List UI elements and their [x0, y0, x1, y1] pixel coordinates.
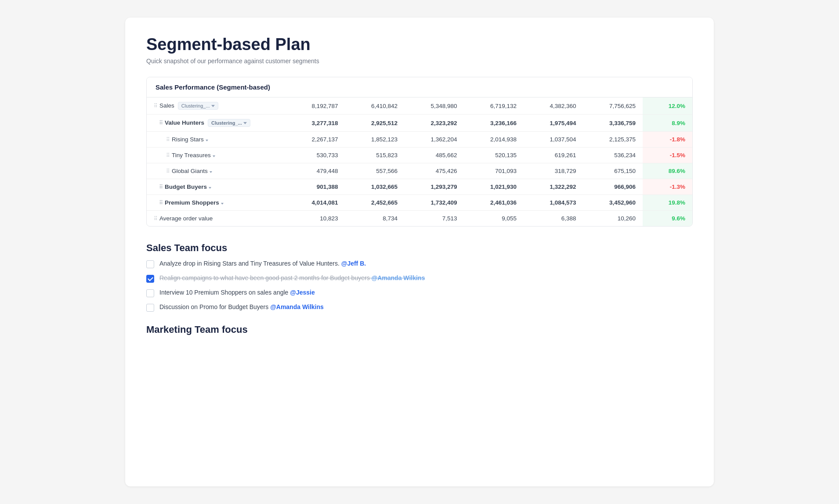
marketing-team-focus-section: Marketing Team focus: [146, 324, 693, 335]
task-text: Interview 10 Premium Shoppers on sales a…: [159, 289, 315, 296]
checkbox[interactable]: [146, 275, 154, 283]
checklist-item: Discussion on Promo for Budget Buyers @A…: [146, 303, 693, 312]
page-container: Segment-based Plan Quick snapshot of our…: [125, 18, 714, 486]
table-cell-pct: -1.8%: [643, 132, 692, 148]
table-card-title: Sales Performance (Segment-based): [147, 77, 692, 97]
chevron-down-icon: [210, 171, 212, 173]
page-title: Segment-based Plan: [146, 35, 693, 54]
pct-positive: 89.6%: [669, 168, 685, 174]
checkbox[interactable]: [146, 260, 154, 268]
drag-handle-icon[interactable]: ⠿: [154, 103, 158, 109]
table-cell-value: 4,014,081: [286, 195, 345, 211]
table-cell-value: 901,388: [286, 179, 345, 195]
drag-handle-icon[interactable]: ⠿: [159, 200, 163, 206]
drag-handle-icon[interactable]: ⠿: [154, 216, 158, 222]
table-row: ⠿SalesClustering_... 8,192,7876,410,8425…: [147, 97, 692, 115]
clustering-badge[interactable]: Clustering_...: [208, 119, 250, 127]
table-cell-value: 536,234: [583, 148, 643, 163]
table-cell-value: 1,322,292: [524, 179, 583, 195]
row-label: Sales: [159, 102, 174, 109]
checklist-item: Interview 10 Premium Shoppers on sales a…: [146, 289, 693, 297]
table-cell-value: 6,410,842: [345, 97, 405, 115]
checkbox[interactable]: [146, 289, 154, 297]
chevron-down-icon: [209, 187, 211, 189]
table-row: ⠿Premium Shoppers4,014,0812,452,6651,732…: [147, 195, 692, 211]
table-cell-value: 2,267,137: [286, 132, 345, 148]
mention[interactable]: @Jessie: [290, 289, 315, 296]
pct-positive: 9.6%: [672, 215, 685, 222]
table-cell-value: 520,135: [464, 148, 524, 163]
clustering-badge[interactable]: Clustering_...: [178, 102, 218, 110]
row-label: Budget Buyers: [165, 184, 207, 190]
table-cell-value: 1,975,494: [524, 115, 583, 132]
drag-handle-icon[interactable]: ⠿: [166, 152, 170, 158]
table-cell-value: 318,729: [524, 163, 583, 179]
table-cell-value: 619,261: [524, 148, 583, 163]
pct-positive: 8.9%: [672, 120, 685, 126]
table-cell-value: 1,293,279: [405, 179, 464, 195]
mention[interactable]: @Amanda Wilkins: [372, 274, 425, 281]
table-cell-value: 485,662: [405, 148, 464, 163]
table-row: ⠿Tiny Treasures530,733515,823485,662520,…: [147, 148, 692, 163]
table-cell-value: 2,014,938: [464, 132, 524, 148]
table-cell-value: 7,756,625: [583, 97, 643, 115]
row-label: Value Hunters: [165, 119, 204, 126]
chevron-down-icon: [211, 105, 215, 107]
table-cell-value: 1,852,123: [345, 132, 405, 148]
table-cell-value: 7,513: [405, 211, 464, 227]
table-cell-value: 5,348,980: [405, 97, 464, 115]
table-cell-value: 3,236,166: [464, 115, 524, 132]
task-text: Discussion on Promo for Budget Buyers @A…: [159, 303, 324, 310]
row-label: Premium Shoppers: [165, 199, 219, 206]
table-row: ⠿Global Giants479,448557,566475,426701,0…: [147, 163, 692, 179]
table-cell-value: 515,823: [345, 148, 405, 163]
table-cell-pct: 89.6%: [643, 163, 692, 179]
checklist-item: Analyze drop in Rising Stars and Tiny Tr…: [146, 260, 693, 268]
table-cell-value: 8,192,787: [286, 97, 345, 115]
chevron-down-icon: [213, 155, 215, 157]
table-cell-value: 10,260: [583, 211, 643, 227]
chevron-down-icon: [206, 140, 208, 141]
table-cell-value: 3,277,318: [286, 115, 345, 132]
table-cell-value: 479,448: [286, 163, 345, 179]
table-cell-pct: 9.6%: [643, 211, 692, 227]
row-label: Global Giants: [172, 168, 208, 174]
table-cell-value: 2,125,375: [583, 132, 643, 148]
row-label: Average order value: [159, 215, 213, 222]
task-text: Analyze drop in Rising Stars and Tiny Tr…: [159, 260, 366, 267]
mention[interactable]: @Jeff B.: [341, 260, 366, 267]
table-row: ⠿Value HuntersClustering_... 3,277,3182,…: [147, 115, 692, 132]
pct-negative: -1.8%: [670, 136, 685, 143]
drag-handle-icon[interactable]: ⠿: [166, 168, 170, 174]
table-cell-value: 6,719,132: [464, 97, 524, 115]
checklist-item: Realign campaigns to what have been good…: [146, 274, 693, 283]
table-cell-value: 3,336,759: [583, 115, 643, 132]
checkbox[interactable]: [146, 304, 154, 312]
table-cell-value: 2,323,292: [405, 115, 464, 132]
drag-handle-icon[interactable]: ⠿: [159, 120, 163, 126]
chevron-down-icon: [243, 122, 247, 124]
table-cell-value: 1,037,504: [524, 132, 583, 148]
pct-positive: 19.8%: [669, 199, 685, 206]
drag-handle-icon[interactable]: ⠿: [166, 137, 170, 143]
table-row: ⠿Rising Stars2,267,1371,852,1231,362,204…: [147, 132, 692, 148]
table-cell-value: 1,032,665: [345, 179, 405, 195]
table-cell-value: 966,906: [583, 179, 643, 195]
table-row: ⠿Average order value10,8238,7347,5139,05…: [147, 211, 692, 227]
table-cell-value: 2,925,512: [345, 115, 405, 132]
row-label: Tiny Treasures: [172, 152, 211, 158]
table-cell-value: 2,461,036: [464, 195, 524, 211]
table-cell-value: 1,021,930: [464, 179, 524, 195]
table-cell-value: 1,362,204: [405, 132, 464, 148]
pct-negative: -1.3%: [670, 184, 685, 190]
table-cell-value: 2,452,665: [345, 195, 405, 211]
sales-team-focus-title: Sales Team focus: [146, 242, 693, 254]
mention[interactable]: @Amanda Wilkins: [270, 303, 324, 310]
pct-negative: -1.5%: [670, 152, 685, 158]
table-cell-value: 675,150: [583, 163, 643, 179]
table-cell-value: 6,388: [524, 211, 583, 227]
table-cell-value: 10,823: [286, 211, 345, 227]
sales-team-focus-section: Sales Team focus Analyze drop in Rising …: [146, 242, 693, 312]
drag-handle-icon[interactable]: ⠿: [159, 184, 163, 190]
table-cell-value: 701,093: [464, 163, 524, 179]
